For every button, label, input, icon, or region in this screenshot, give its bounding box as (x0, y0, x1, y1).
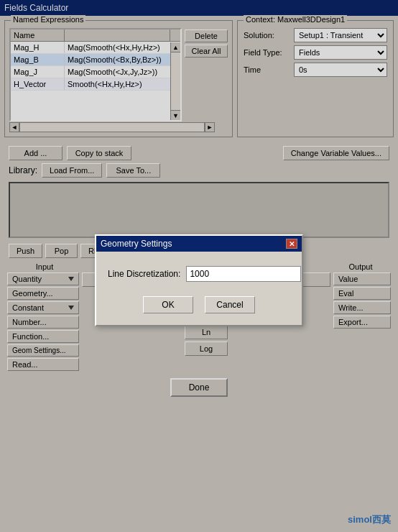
geometry-settings-dialog: Geometry Settings ✕ Line Discretization:… (95, 234, 303, 326)
line-discretization-row: Line Discretization: (108, 266, 290, 282)
modal-close-button[interactable]: ✕ (286, 239, 297, 249)
modal-body: Line Discretization: OK Cancel (96, 252, 302, 325)
modal-title-label: Geometry Settings (101, 239, 172, 249)
line-discretization-input[interactable] (186, 266, 301, 282)
modal-overlay: Geometry Settings ✕ Line Discretization:… (0, 0, 398, 532)
line-discretization-label: Line Discretization: (108, 269, 180, 279)
ok-button[interactable]: OK (143, 296, 193, 313)
modal-buttons: OK Cancel (108, 296, 290, 313)
modal-title-bar: Geometry Settings ✕ (96, 236, 302, 252)
cancel-button[interactable]: Cancel (205, 296, 255, 313)
